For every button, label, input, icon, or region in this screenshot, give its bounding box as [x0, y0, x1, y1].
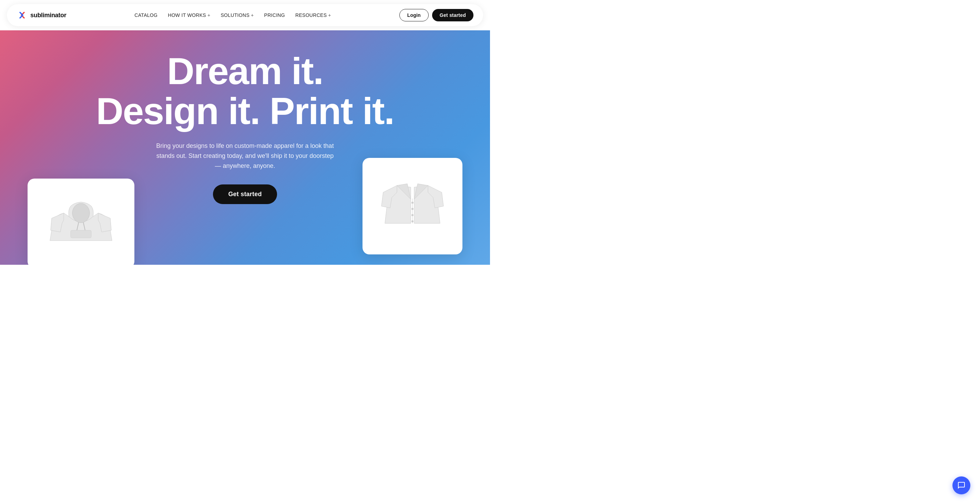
svg-point-1 — [72, 203, 89, 223]
hero-subtitle: Bring your designs to life on custom-mad… — [156, 141, 334, 171]
nav-item-resources[interactable]: RESOURCES + — [291, 10, 335, 21]
nav-link-catalog[interactable]: CATALOG — [130, 10, 162, 21]
nav-item-solutions[interactable]: SOLUTIONS + — [216, 10, 258, 21]
logo-icon — [16, 10, 27, 21]
nav-links: CATALOG HOW IT WORKS + SOLUTIONS + PRICI… — [130, 10, 335, 21]
svg-rect-4 — [71, 230, 91, 238]
solutions-plus-icon: + — [251, 13, 254, 18]
nav-item-pricing[interactable]: PRICING — [260, 10, 289, 21]
resources-plus-icon: + — [328, 13, 331, 18]
logo-link[interactable]: subliminator — [16, 10, 66, 21]
get-started-nav-button[interactable]: Get started — [432, 9, 474, 21]
nav-link-resources[interactable]: RESOURCES + — [291, 10, 335, 21]
nav-actions: Login Get started — [399, 9, 474, 21]
product-card-shirt — [363, 158, 463, 254]
nav-link-solutions[interactable]: SOLUTIONS + — [216, 10, 258, 21]
navbar: subliminator CATALOG HOW IT WORKS + SOLU… — [7, 4, 483, 26]
hero-cta-button[interactable]: Get started — [213, 185, 277, 204]
shirt-image — [378, 168, 447, 244]
nav-link-pricing[interactable]: PRICING — [260, 10, 289, 21]
hoodie-image — [43, 185, 119, 261]
nav-item-catalog[interactable]: CATALOG — [130, 10, 162, 21]
nav-item-how-it-works[interactable]: HOW IT WORKS + — [164, 10, 214, 21]
hero-headline: Dream it. Design it. Print it. — [96, 51, 394, 131]
nav-link-how-it-works[interactable]: HOW IT WORKS + — [164, 10, 214, 21]
how-it-works-plus-icon: + — [207, 13, 210, 18]
login-button[interactable]: Login — [399, 9, 429, 21]
product-card-hoodie — [27, 179, 134, 265]
brand-name: subliminator — [30, 12, 66, 19]
hero-section: Dream it. Design it. Print it. Bring you… — [0, 30, 490, 265]
